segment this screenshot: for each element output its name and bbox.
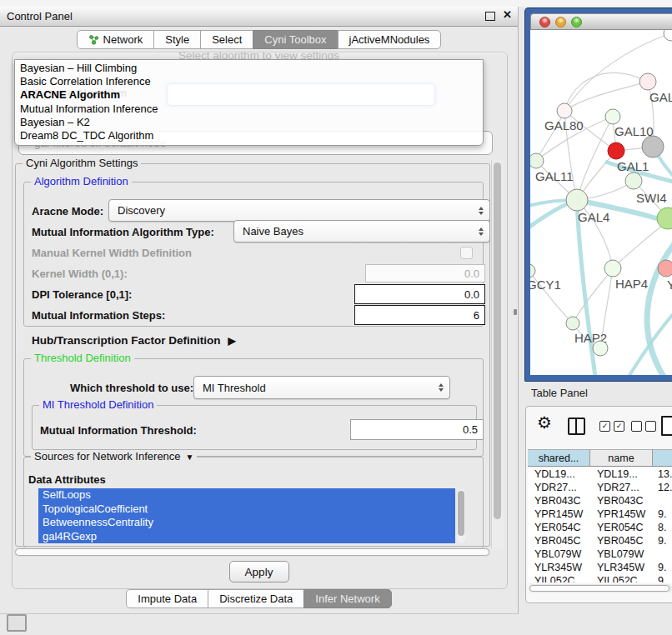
mi-threshold-input[interactable]: 0.5 <box>350 419 484 440</box>
algorithm-option-bayesian-k2[interactable]: Bayesian – K2 <box>15 116 483 129</box>
node-partial-top[interactable] <box>664 30 672 41</box>
table-row[interactable]: YBR043CYBR043C <box>528 494 672 508</box>
node-hap4[interactable] <box>604 260 621 277</box>
which-threshold-select[interactable]: MI Threshold <box>193 376 450 399</box>
network-edge[interactable] <box>647 238 672 375</box>
settings-group-title: Cyni Algorithm Settings <box>23 157 141 169</box>
table-row[interactable]: YER054CYER054C8. <box>528 521 672 534</box>
settings-vscroll-thumb[interactable] <box>494 162 501 519</box>
close-traffic-light-icon[interactable] <box>539 17 550 28</box>
node-gal80[interactable] <box>557 103 572 118</box>
data-attributes-list[interactable]: SelfLoopsTopologicalCoefficientBetweenne… <box>38 488 455 543</box>
float-window-icon[interactable] <box>485 12 495 21</box>
minimize-traffic-light-icon[interactable] <box>555 17 566 28</box>
new-table-icon[interactable] <box>661 416 672 436</box>
table-cell: YBL079W <box>534 548 590 561</box>
algorithm-option-dream8-dc-tdc-algorithm[interactable]: Dream8 DC_TDC Algorithm <box>15 129 483 142</box>
node-swi4[interactable] <box>625 172 642 189</box>
tab-network[interactable]: Network <box>77 30 155 49</box>
node-gal10[interactable] <box>605 109 620 124</box>
columns-icon[interactable] <box>568 418 585 435</box>
panel-splitter-handle[interactable] <box>514 309 517 315</box>
algorithm-option-aracne-algorithm[interactable]: ARACNE Algorithm <box>15 88 483 102</box>
tab-discretize-data[interactable]: Discretize Data <box>208 589 304 608</box>
window-controls <box>539 17 582 28</box>
control-panel-tabbar: NetworkStyleSelectCyni ToolboxjActiveMNo… <box>0 30 518 49</box>
attribute-item-selfloops[interactable]: SelfLoops <box>38 488 455 502</box>
settings-hscroll-thumb[interactable] <box>15 548 489 556</box>
algorithm-option-mutual-information-inference[interactable]: Mutual Information Inference <box>15 102 483 116</box>
network-edge[interactable] <box>564 73 648 111</box>
network-edge[interactable] <box>629 308 672 375</box>
zoom-traffic-light-icon[interactable] <box>571 17 582 28</box>
table-hscroll-thumb[interactable] <box>529 585 669 592</box>
table-cell: 9. <box>658 574 672 582</box>
mi-steps-input[interactable]: 6 <box>354 305 485 325</box>
node-gal4[interactable] <box>566 189 588 211</box>
table-cell: YER054C <box>597 521 653 534</box>
table-cell: YIL052C <box>597 574 653 582</box>
attributes-scrollbar-thumb[interactable] <box>458 491 464 536</box>
desktop-top-strip <box>0 0 672 7</box>
manual-kernel-checkbox[interactable] <box>460 247 473 259</box>
table-row[interactable]: YDR27...YDR27...12... <box>528 481 672 494</box>
attribute-item-betweennesscentrality[interactable]: BetweennessCentrality <box>38 516 455 530</box>
show-checked-columns-icon[interactable]: ✓ ✓ <box>599 421 624 432</box>
tab-jactivemnodules[interactable]: jActiveMNodules <box>338 30 442 49</box>
node-gal1[interactable] <box>608 142 624 159</box>
tab-infer-network[interactable]: Infer Network <box>303 589 391 608</box>
algorithm-dropdown-popup: Bayesian – Hill ClimbingBasic Correlatio… <box>14 59 484 146</box>
network-window-titlebar <box>530 13 672 30</box>
table-row[interactable]: YIL052CYIL052C9. <box>528 574 672 582</box>
attribute-item-gal4rgexp[interactable]: gal4RGexp <box>38 530 455 544</box>
tab-impute-data[interactable]: Impute Data <box>126 589 208 608</box>
mi-type-select[interactable]: Naive Bayes <box>233 220 490 242</box>
table-row[interactable]: YDL19...YDL19...13... <box>528 468 672 481</box>
node-gcy1[interactable] <box>530 264 535 278</box>
settings-vertical-scrollbar[interactable] <box>491 160 504 548</box>
node-gal1-label: GAL1 <box>617 159 649 173</box>
attribute-item-topologicalcoefficient[interactable]: TopologicalCoefficient <box>38 502 455 517</box>
hide-unchecked-columns-icon[interactable] <box>631 421 656 432</box>
network-edge[interactable] <box>613 222 667 268</box>
network-edge[interactable] <box>573 268 613 323</box>
table-row[interactable]: YLR345WYLR345W9. <box>528 561 672 574</box>
algorithm-option-basic-correlation-inference[interactable]: Basic Correlation Inference <box>15 75 483 88</box>
tab-style[interactable]: Style <box>153 30 201 49</box>
bottom-tabbar: Impute DataDiscretize DataInfer Network <box>0 589 518 608</box>
settings-horizontal-scrollbar[interactable] <box>14 548 490 557</box>
node-salmon-y[interactable] <box>658 260 672 277</box>
column-header-name[interactable]: name <box>590 449 653 467</box>
aracne-mode-select[interactable]: Discovery <box>108 199 490 222</box>
column-header-shared[interactable]: shared... <box>528 449 590 467</box>
node-partial-bottom[interactable] <box>593 341 608 356</box>
hub-definition-expander[interactable]: Hub/Transcription Factor Definition▶ <box>32 334 236 347</box>
stepper-arrows-icon <box>479 207 484 215</box>
partial-button[interactable] <box>7 614 27 632</box>
table-cell: YDL19... <box>597 468 653 481</box>
network-edge[interactable] <box>564 82 648 111</box>
node-hap2[interactable] <box>566 317 579 330</box>
node-gray[interactable] <box>642 136 664 158</box>
tab-select[interactable]: Select <box>200 30 253 49</box>
column-header-a[interactable]: A <box>653 449 672 467</box>
table-row[interactable]: YBR045CYBR045C9. <box>528 534 672 548</box>
dpi-tolerance-input[interactable]: 0.0 <box>354 284 485 304</box>
table-row[interactable]: YBL079WYBL079W <box>528 548 672 561</box>
network-canvas[interactable]: GALGAL80GAL10GAL1GAL11SWI4GAL4GCY1HAP4YH… <box>530 30 672 375</box>
node-gal11[interactable] <box>530 153 544 168</box>
tab-cyni-toolbox[interactable]: Cyni Toolbox <box>253 30 338 49</box>
close-icon[interactable]: ✕ <box>503 8 512 21</box>
collapse-down-arrow-icon[interactable]: ▼ <box>186 452 194 462</box>
apply-button[interactable]: Apply <box>229 561 289 582</box>
sources-title[interactable]: Sources for Network Inference▼ <box>31 450 197 462</box>
attributes-scrollbar[interactable] <box>457 489 465 542</box>
node-gal-partial[interactable] <box>639 73 656 90</box>
node-bright-green[interactable] <box>657 208 672 229</box>
table-horizontal-scrollbar[interactable] <box>529 584 672 592</box>
expand-right-arrow-icon[interactable]: ▶ <box>228 335 236 347</box>
table-cell: YBR043C <box>534 494 590 508</box>
table-row[interactable]: YPR145WYPR145W9. <box>528 508 672 521</box>
algorithm-option-bayesian-hill-climbing[interactable]: Bayesian – Hill Climbing <box>15 62 483 75</box>
gear-icon[interactable]: ⚙ <box>537 413 552 432</box>
